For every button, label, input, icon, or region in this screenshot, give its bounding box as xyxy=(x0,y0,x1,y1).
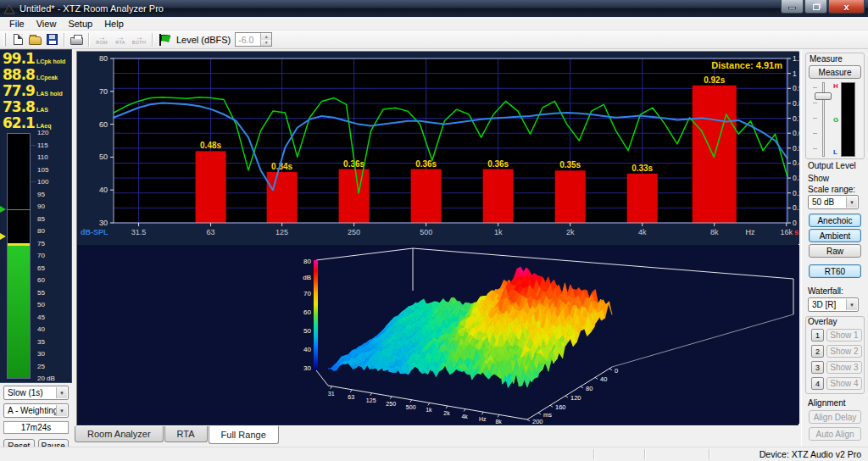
svg-text:16k: 16k xyxy=(780,228,793,236)
arrow-right-icon: → xyxy=(116,34,125,40)
weighting-select[interactable]: A - Weighting▼ xyxy=(3,403,69,418)
svg-text:0.33s: 0.33s xyxy=(632,164,653,173)
svg-text:4k: 4k xyxy=(461,414,468,419)
close-icon: x xyxy=(843,2,849,12)
svg-text:60: 60 xyxy=(99,120,108,129)
print-button[interactable] xyxy=(68,32,85,47)
time-response-select[interactable]: Slow (1s)▼ xyxy=(3,386,69,400)
svg-text:63: 63 xyxy=(207,228,215,236)
toolbar-grip xyxy=(3,33,6,47)
svg-text:125: 125 xyxy=(275,228,288,236)
tab-rta[interactable]: RTA xyxy=(164,426,208,442)
svg-text:0.35s: 0.35s xyxy=(559,160,581,169)
svg-text:1.1: 1.1 xyxy=(793,54,799,63)
svg-text:1: 1 xyxy=(793,69,797,78)
rt60-toggle-button[interactable]: RT60 xyxy=(809,264,861,278)
tab-full-range[interactable]: Full Range xyxy=(209,426,279,444)
restore-button[interactable] xyxy=(804,0,827,14)
svg-text:0: 0 xyxy=(615,367,618,375)
anechoic-toggle-button[interactable]: Anechoic xyxy=(809,214,861,227)
raw-toggle-button[interactable]: Raw xyxy=(809,244,861,258)
mode-both-button[interactable]: →BOTH xyxy=(130,31,148,48)
measure-button[interactable]: Measure xyxy=(809,65,861,79)
signal-generator-button[interactable] xyxy=(156,32,173,47)
open-folder-icon xyxy=(29,36,42,45)
align-delay-button[interactable]: Align Delay xyxy=(809,410,861,424)
new-file-button[interactable] xyxy=(9,32,26,47)
overlay-2-button[interactable]: 2 xyxy=(811,345,824,358)
overlay-4-button[interactable]: 4 xyxy=(811,377,824,390)
main-content: 99.1LCpk hold 88.8LCpeak 77.9LAS hold 73… xyxy=(0,49,868,447)
spl-controls: Slow (1s)▼ A - Weighting▼ 17m24s Reset P… xyxy=(0,383,72,447)
spin-down-icon[interactable]: ▼ xyxy=(261,40,271,47)
spl-level-meter: 1201151101051009590858075706560555045403… xyxy=(0,131,72,384)
arrow-right-icon: → xyxy=(97,34,106,40)
hold-marker-icon xyxy=(0,233,6,240)
print-icon xyxy=(70,37,83,45)
tab-room-analyzer[interactable]: Room Analyzer xyxy=(75,426,164,442)
show-3-button[interactable]: Show 3 xyxy=(826,361,862,374)
svg-text:70: 70 xyxy=(303,290,311,297)
waterfall-mode-select[interactable]: 3D [R]▼ xyxy=(808,297,859,312)
overlay-1-button[interactable]: 1 xyxy=(811,329,824,342)
svg-text:200: 200 xyxy=(532,418,543,424)
mode-rta-button[interactable]: →RTA xyxy=(111,31,130,48)
titlebar: Untitled* - XTZ Room Analyzer Pro x xyxy=(0,0,868,17)
scale-range-select[interactable]: 50 dB▼ xyxy=(808,195,859,209)
svg-text:70: 70 xyxy=(99,87,108,96)
svg-text:31: 31 xyxy=(328,391,335,397)
show-1-button[interactable]: Show 1 xyxy=(826,329,862,342)
waterfall-chart-panel: 80dB706050403031631252505001k2k4kHz8k200… xyxy=(77,245,798,425)
readout-las-hold: 77.9LAS hold xyxy=(0,82,71,98)
menu-help[interactable]: Help xyxy=(98,18,130,30)
close-button[interactable]: x xyxy=(828,0,865,14)
right-control-panel: Measure Measure H G L Output Le xyxy=(801,49,868,447)
bottom-tabstrip: Room Analyzer RTA Full Range xyxy=(72,426,801,445)
svg-text:160: 160 xyxy=(555,403,566,411)
svg-text:50: 50 xyxy=(99,153,108,161)
level-spinner[interactable]: ▲▼ xyxy=(260,33,271,46)
svg-text:1k: 1k xyxy=(426,407,432,413)
auto-align-button[interactable]: Auto Align xyxy=(809,427,861,441)
svg-text:4k: 4k xyxy=(638,228,647,236)
save-file-button[interactable] xyxy=(43,32,60,47)
svg-text:dB-SPL: dB-SPL xyxy=(81,228,108,236)
spin-up-icon[interactable]: ▲ xyxy=(261,33,271,40)
statusbar-separator xyxy=(644,449,645,459)
open-file-button[interactable] xyxy=(26,32,43,47)
toolbar-separator xyxy=(64,33,64,47)
app-icon xyxy=(3,3,15,14)
show-group-label: Show xyxy=(802,174,829,183)
svg-text:0: 0 xyxy=(793,219,797,227)
show-2-button[interactable]: Show 2 xyxy=(826,345,862,358)
waterfall-3d-chart[interactable]: 80dB706050403031631252505001k2k4kHz8k200… xyxy=(77,245,799,424)
rt60-chart-panel: 0.48s0.34s0.36s0.36s0.36s0.35s0.33s0.92s… xyxy=(77,52,798,244)
menu-file[interactable]: File xyxy=(3,18,31,30)
menubar: File View Setup Help xyxy=(0,17,868,31)
mode-room-button[interactable]: →ROM xyxy=(92,31,111,48)
svg-text:0.1: 0.1 xyxy=(793,203,799,212)
minimize-button[interactable] xyxy=(781,0,804,14)
svg-text:80: 80 xyxy=(99,54,108,63)
output-level-slider[interactable] xyxy=(813,82,833,157)
readout-lcpeak: 88.8LCpeak xyxy=(0,66,71,82)
svg-text:1k: 1k xyxy=(494,228,503,236)
rt60-frequency-chart[interactable]: 0.48s0.34s0.36s0.36s0.36s0.35s0.33s0.92s… xyxy=(77,52,799,244)
menu-view[interactable]: View xyxy=(31,18,63,30)
spl-readouts-box: 99.1LCpk hold 88.8LCpeak 77.9LAS hold 73… xyxy=(0,49,72,383)
menu-setup[interactable]: Setup xyxy=(62,18,98,30)
overlay-row-2: 2Show 2 xyxy=(806,344,864,358)
ambient-toggle-button[interactable]: Ambient xyxy=(809,229,861,242)
svg-text:0.36s: 0.36s xyxy=(415,159,437,169)
show-4-button[interactable]: Show 4 xyxy=(826,377,862,390)
overlay-3-button[interactable]: 3 xyxy=(811,361,824,374)
meter-bar xyxy=(7,133,31,379)
slider-thumb[interactable] xyxy=(815,92,832,100)
toolbar-separator xyxy=(88,33,89,47)
svg-text:2k: 2k xyxy=(443,410,450,416)
level-dbfs-spinbox[interactable]: -6.0 ▲▼ xyxy=(235,32,272,47)
svg-text:0.6: 0.6 xyxy=(793,129,799,137)
svg-text:250: 250 xyxy=(348,228,360,236)
svg-text:120: 120 xyxy=(570,394,581,402)
svg-text:0.5: 0.5 xyxy=(793,144,799,153)
